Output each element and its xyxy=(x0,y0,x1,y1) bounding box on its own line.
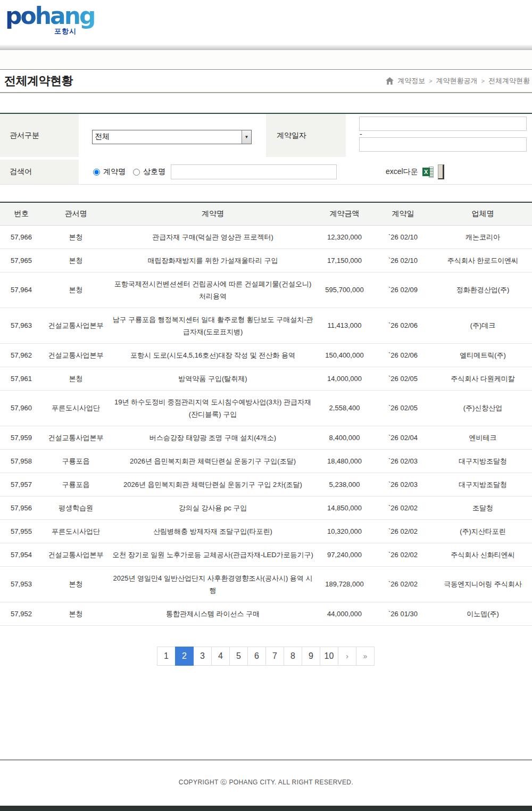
cell-dept: 본청 xyxy=(43,566,109,602)
cell-company: 정화환경산업(주) xyxy=(434,272,532,308)
column-header-4: 계약일 xyxy=(372,202,434,225)
column-header-5: 업체명 xyxy=(434,202,532,225)
company-name-radio[interactable] xyxy=(133,169,140,176)
cell-no: 57,957 xyxy=(0,473,43,496)
cell-company: 엘티메트릭(주) xyxy=(434,343,532,367)
breadcrumb-item-2[interactable]: 계약현황공개 xyxy=(436,76,478,86)
date-from-input[interactable] xyxy=(359,117,527,131)
dept-select[interactable]: 전체 ▼ xyxy=(92,130,252,144)
table-row: 57,954건설교통사업본부오천 장기로 일원 노후가로등 교체공사(관급자재-… xyxy=(0,543,532,566)
cell-title[interactable]: 2026년 읍민복지회관 체력단련실 운동기구 구입(조달) xyxy=(109,449,317,473)
page-button-current[interactable]: 2 xyxy=(175,647,194,666)
cell-title[interactable]: 남구 구룡포읍 행정복지센터 일대 활주로형 횡단보도 구매설치-관급자재(도로… xyxy=(109,308,317,343)
date-to-input[interactable] xyxy=(359,137,527,152)
keyword-type-radios: 계약명 상호명 xyxy=(93,167,171,177)
cell-date: `26 02/04 xyxy=(372,426,434,449)
cell-title[interactable]: 강의실 강사용 pc 구입 xyxy=(109,496,317,519)
keyword-input[interactable] xyxy=(171,164,337,179)
header-divider xyxy=(0,45,532,50)
cell-date: `26 02/06 xyxy=(372,308,434,343)
cell-company: 대구지방조달청 xyxy=(434,473,532,496)
page-button[interactable]: 5 xyxy=(229,647,248,666)
cell-amount: 14,850,000 xyxy=(317,496,372,519)
cell-title[interactable]: 포항시 도로(시도4,5,16호선)대장 작성 및 전산화 용역 xyxy=(109,343,317,367)
page-button[interactable]: 9 xyxy=(302,647,320,666)
page-button[interactable]: 3 xyxy=(193,647,212,666)
search-panel: 관서구분 전체 ▼ 계약일자 - 검색어 계약명 상호명 excel다운 xyxy=(0,113,532,185)
cell-amount: 11,413,000 xyxy=(317,308,372,343)
cell-company: (주)지산타포린 xyxy=(434,519,532,543)
cell-dept: 푸른도시사업단 xyxy=(43,390,109,426)
cell-company: 조달청 xyxy=(434,496,532,519)
logo-subtext: 포항시 xyxy=(54,27,77,36)
cell-no: 57,966 xyxy=(0,225,43,249)
footer: COPYRIGHT ⓒ POHANG CITY. ALL RIGHT RESER… xyxy=(0,759,532,806)
dept-filter-label: 관서구분 xyxy=(0,114,79,160)
cell-amount: 44,000,000 xyxy=(317,602,372,625)
cell-date: `26 02/02 xyxy=(372,519,434,543)
cell-no: 57,954 xyxy=(0,543,43,566)
page-button[interactable]: 10 xyxy=(320,647,338,666)
cell-amount: 97,240,000 xyxy=(317,543,372,566)
cell-company: (주)신창산업 xyxy=(434,390,532,426)
cell-title[interactable]: 포항국제전시컨벤션센터 건립공사에 따른 건설폐기물(건설오니)처리용역 xyxy=(109,272,317,308)
company-name-radio-label[interactable]: 상호명 xyxy=(143,167,165,177)
cell-dept: 건설교통사업본부 xyxy=(43,308,109,343)
page-button[interactable]: 6 xyxy=(247,647,266,666)
cell-date: `26 02/10 xyxy=(372,225,434,249)
cell-date: `26 02/03 xyxy=(372,449,434,473)
breadcrumb-item-1[interactable]: 계약정보 xyxy=(397,76,425,86)
cell-title[interactable]: 19년 하수도정비 중점관리지역 도시침수예방사업(3차) 관급자재(잔디블록)… xyxy=(109,390,317,426)
table-row: 57,963건설교통사업본부남구 구룡포읍 행정복지센터 일대 활주로형 횡단보… xyxy=(0,308,532,343)
next-page-button[interactable]: › xyxy=(338,647,356,666)
cell-amount: 5,238,000 xyxy=(317,473,372,496)
table-row: 57,966본청관급자재 구매(덕실관 영상관 프로젝터)12,320,000`… xyxy=(0,225,532,249)
cell-no: 57,961 xyxy=(0,367,43,390)
last-page-button[interactable]: » xyxy=(356,647,375,666)
table-header-row: 번호관서명계약명계약금액계약일업체명 xyxy=(0,202,532,225)
cell-dept: 평생학습원 xyxy=(43,496,109,519)
cell-company: 대구지방조달청 xyxy=(434,449,532,473)
table-row: 57,960푸른도시사업단19년 하수도정비 중점관리지역 도시침수예방사업(3… xyxy=(0,390,532,426)
table-row: 57,958구룡포읍2026년 읍민복지회관 체력단련실 운동기구 구입(조달)… xyxy=(0,449,532,473)
cell-title[interactable]: 매립장화재방지를 위한 가설재울타리 구입 xyxy=(109,249,317,272)
table-row: 57,957구룡포읍2026년 읍민복지회관 체력단련실 운동기구 구입 2차(… xyxy=(0,473,532,496)
page-button[interactable]: 7 xyxy=(265,647,284,666)
cell-amount: 189,728,000 xyxy=(317,566,372,602)
cell-amount: 12,320,000 xyxy=(317,225,372,249)
page-button[interactable]: 1 xyxy=(157,647,176,666)
pohang-logo[interactable]: pohang 포항시 xyxy=(5,4,95,28)
excel-download-button[interactable]: excel다운 X xyxy=(386,164,444,179)
contracts-table-section: 번호관서명계약명계약금액계약일업체명 57,966본청관급자재 구매(덕실관 영… xyxy=(0,202,532,626)
cell-date: `26 02/09 xyxy=(372,272,434,308)
cell-title[interactable]: 버스승강장 태양광 조명 구매 설치(4개소) xyxy=(109,426,317,449)
cell-dept: 본청 xyxy=(43,272,109,308)
cell-company: (주)데크 xyxy=(434,308,532,343)
page-button[interactable]: 4 xyxy=(211,647,230,666)
cell-title[interactable]: 오천 장기로 일원 노후가로등 교체공사(관급자재-LED가로등기구) xyxy=(109,543,317,566)
cell-no: 57,956 xyxy=(0,496,43,519)
cell-title[interactable]: 관급자재 구매(덕실관 영상관 프로젝터) xyxy=(109,225,317,249)
cell-title[interactable]: 2025년 영일만4 일반산업단지 사후환경영향조사(공사시) 용역 시행 xyxy=(109,566,317,602)
page-button[interactable]: 8 xyxy=(284,647,302,666)
contract-name-radio[interactable] xyxy=(93,169,100,176)
contract-name-radio-label[interactable]: 계약명 xyxy=(103,167,126,177)
table-row: 57,962건설교통사업본부포항시 도로(시도4,5,16호선)대장 작성 및 … xyxy=(0,343,532,367)
cell-amount: 8,400,000 xyxy=(317,426,372,449)
cell-dept: 건설교통사업본부 xyxy=(43,343,109,367)
cell-company: 이노뎁(주) xyxy=(434,602,532,625)
cell-date: `26 02/02 xyxy=(372,496,434,519)
excel-icon: X xyxy=(422,167,434,178)
excel-download-label: excel다운 xyxy=(386,167,418,177)
cell-date: `26 02/05 xyxy=(372,367,434,390)
excel-mini-button[interactable] xyxy=(438,164,444,179)
cell-no: 57,962 xyxy=(0,343,43,367)
select-dropdown-arrow-icon[interactable]: ▼ xyxy=(242,130,251,144)
column-header-3: 계약금액 xyxy=(317,202,372,225)
cell-title[interactable]: 2026년 읍민복지회관 체력단련실 운동기구 구입 2차(조달) xyxy=(109,473,317,496)
cell-title[interactable]: 산림병해충 방제자재 조달구입(타포린) xyxy=(109,519,317,543)
cell-title[interactable]: 통합관제시스템 라이선스 구매 xyxy=(109,602,317,625)
home-icon[interactable] xyxy=(386,77,394,85)
cell-title[interactable]: 방역약품 구입(탈취제) xyxy=(109,367,317,390)
column-header-0: 번호 xyxy=(0,202,43,225)
